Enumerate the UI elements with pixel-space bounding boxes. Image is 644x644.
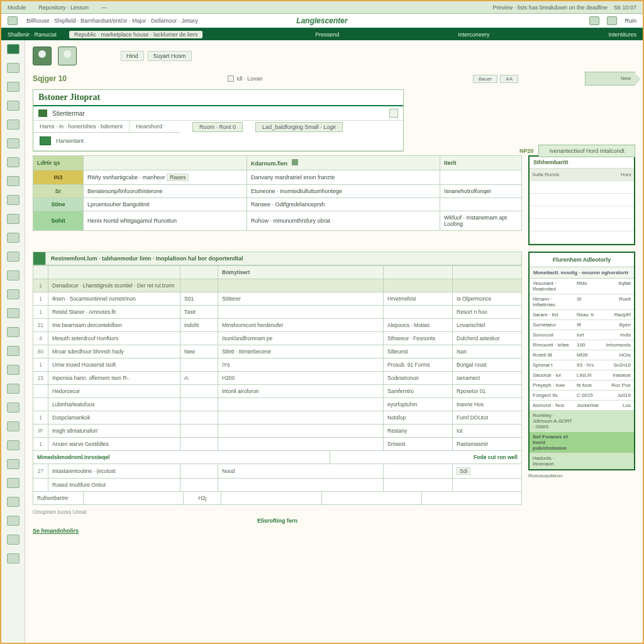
row-c3 [218,398,384,411]
nav-icon-14[interactable] [7,289,19,299]
nav-icon-16[interactable] [7,327,19,337]
row-desc[interactable]: Iksen · Socamsuntinnel nometrinon [48,292,180,306]
stats-subtitle: Moneliactl. mnutig · mnunm oghorstortr [530,267,634,279]
user-icon[interactable] [607,16,617,25]
nav-icon-28[interactable] [7,553,19,564]
status-name[interactable]: Lproentouher Bangotitnit [84,198,247,211]
menu-item-more[interactable]: — [101,4,107,11]
nav-icon-2[interactable] [7,63,19,73]
status-col4 [440,170,522,185]
row-desc[interactable]: Anuen warve Gestildtes [48,438,180,451]
nav-icon-4[interactable] [7,101,19,111]
strip-right[interactable]: Intentitures [602,31,643,38]
green-link-row[interactable]: Mimedskmodroml.Inrssteqel [33,451,330,464]
nav-icon-10[interactable] [7,214,19,224]
row-desc[interactable]: Inw bearnsam dercontekilben [48,319,180,332]
row-desc[interactable]: Umw Inowd Housersit Isoft [48,358,180,372]
row-desc[interactable]: Inpensia hann. offernem Isen R-. [48,372,180,385]
nav-icon-15[interactable] [7,308,19,318]
nav-icon-12[interactable] [7,252,19,262]
status-name[interactable]: RWty ssnhartigcabe · manheor Rases [84,170,247,185]
next-arrow-button[interactable]: New [585,72,635,86]
status-id[interactable]: Sohit [33,211,84,231]
row-desc[interactable]: Restid Staner · Arnnotes.fit [48,306,180,319]
row-num: 1 [33,306,48,319]
row-desc[interactable]: Dospclamankok [48,411,180,425]
nav-icon-27[interactable] [7,535,19,545]
nav-icon-11[interactable] [7,233,19,243]
breadcrumb[interactable]: Billhouse · Shipfield · Barnhardset/ent/… [26,18,198,24]
nav-icon-25[interactable] [7,497,19,507]
menu-clock: S6 10:07 [614,4,636,11]
grid-icon[interactable] [589,16,599,25]
stats-title: Flurenhem Adleotorly [530,253,634,267]
nav-icon-8[interactable] [7,176,19,186]
status-id[interactable]: IN3 [33,170,84,185]
row-desc[interactable]: Denadocor · Lhanstignuls scontiel · Der … [48,279,180,292]
sort-icon[interactable] [292,159,298,165]
avatar-secondary[interactable] [58,47,77,65]
status-name[interactable]: Henix Nontd whttgagamul Runottun [84,211,247,231]
status-id[interactable]: Sr [33,185,84,198]
row-num: 21 [33,319,48,332]
mini-tab-1[interactable]: Bauer [473,75,497,83]
bottom-link[interactable]: Se hmandoholirs [33,528,79,534]
row-desc[interactable]: Hedorcecor [48,385,180,398]
row-c2: New [180,345,218,358]
status-id[interactable]: Stine [33,198,84,211]
row-c3: Stitterer [218,292,384,306]
nav-icon-18[interactable] [7,365,19,375]
center-link[interactable]: Elisrofting fern [33,518,522,524]
avatar-primary[interactable] [33,47,52,65]
nav-icon-22[interactable] [7,440,19,450]
card-pill-c[interactable]: Room · Ront 0 [192,122,243,132]
nav-icon-23[interactable] [7,459,19,469]
strip-mid2[interactable]: Interconeery [452,31,496,38]
row-c4: Notsfop [384,411,453,425]
stats-footnote: Runososoteron [528,473,635,479]
nav-icon-9[interactable] [7,195,19,205]
nav-icon-3[interactable] [7,82,19,92]
row-desc[interactable]: Lubinharleatufous [48,398,180,411]
nav-icon-5[interactable] [7,119,19,130]
nav-icon-20[interactable] [7,402,19,413]
toolbar-ruin[interactable]: Ruin [625,18,636,24]
row-desc[interactable]: Mroar sderdhoor bhnnsh hady [48,345,180,358]
nav-icon-26[interactable] [7,516,19,526]
mini-tab-2[interactable]: AA [500,75,518,83]
row-c2 [180,279,218,292]
nav-icon-13[interactable] [7,270,19,280]
nav-icon-6[interactable] [7,138,19,148]
nav-icon-24[interactable] [7,478,19,488]
row-c3: MInshromcont herdenofer [218,319,384,332]
menu-item-repo[interactable]: Repository · Lesson [39,4,89,11]
nav-icon-1[interactable] [7,44,19,54]
row-desc[interactable]: Mesuth seterdroof Honftiors [48,332,180,345]
row-c5: Inavne Hos [453,398,522,411]
footer-label: Rulhertbertnr [33,492,84,505]
home-icon[interactable] [8,16,18,25]
card-pill-d[interactable]: Lad_baldforging Small · Logir [255,122,343,132]
row-c4: Smsest [384,438,453,451]
row-desc[interactable]: Insgh stlmatunafun' [48,425,180,438]
nav-icon-17[interactable] [7,346,19,356]
th-2[interactable] [84,156,247,170]
strip-search[interactable]: Republic · marketplace house · lacklumer… [69,31,203,38]
row-num: 1 [33,438,48,451]
th-4[interactable]: Iterit [440,156,522,170]
nav-icon-7[interactable] [7,157,19,167]
card-seg-a: Hams · in · honerishes · bdement [33,121,130,133]
nav-icon-19[interactable] [7,384,19,394]
th-1[interactable]: LdHir qs [33,156,84,170]
chip-1[interactable]: Hind [121,51,144,61]
strip-mid1[interactable]: Pressend [309,31,345,38]
th-3[interactable]: Kdarnum.fien [247,156,440,170]
menu-item-module[interactable]: Module [8,4,26,11]
check-option[interactable]: Idl · Lovan [228,75,263,82]
chip-2[interactable]: Suyart Hosm [148,51,192,61]
card-option-icon[interactable] [389,109,398,118]
free-pill[interactable]: Ivenantectieof Hord Intalcondt [538,145,635,157]
nav-icon-21[interactable] [7,421,19,431]
row-c5: Iot [453,425,522,438]
status-name[interactable]: Benatesonp/linfoorothisterone [84,185,247,198]
